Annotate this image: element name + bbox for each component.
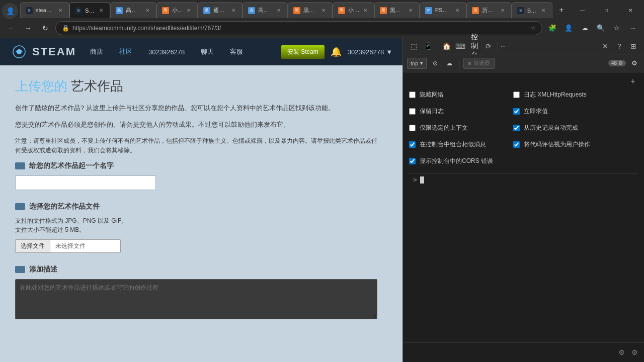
nav-username[interactable]: 3023926278 (144, 46, 189, 58)
browser-tab-tab4[interactable]: 黑 小黑盒 ✕ (156, 2, 198, 18)
checkboxes-right: 日志 XMLHttpRequests立即求值从历史记录自动完成将代码评估视为用户… (513, 90, 590, 169)
search-browser-button[interactable]: 🔍 (594, 21, 608, 35)
profile-icon[interactable]: 👤 (2, 3, 18, 19)
extensions-button[interactable]: 🧩 (545, 21, 559, 35)
checkbox-label-right-1: 立即求值 (524, 107, 548, 116)
close-button[interactable]: ✕ (619, 2, 642, 18)
browser-tab-tab10[interactable]: P PS参考... ✕ (420, 2, 466, 18)
checkbox-input-left-0[interactable] (409, 92, 416, 98)
tab-close[interactable]: ✕ (185, 7, 192, 14)
tab-label: Steam (85, 8, 95, 14)
main-layout: STEAM 商店 社区 3023926278 聊天 客服 安装 Steam 🔔 … (0, 38, 644, 362)
forward-button[interactable]: → (21, 21, 35, 35)
tab-label: 高能玩... (258, 7, 272, 14)
reload-button[interactable]: ↻ (38, 21, 52, 35)
address-bar: ← → ↻ 🔒 https://steamcommunity.com/share… (0, 18, 644, 38)
devtools-inspect-btn[interactable]: ⬚ (407, 40, 420, 53)
tab-close[interactable]: ✕ (144, 7, 151, 14)
position-dropdown[interactable]: top ▾ (407, 58, 427, 69)
checkbox-input-right-1[interactable] (513, 108, 520, 115)
gear-bottom-btn[interactable]: ⚙ (629, 347, 640, 358)
steam-nav: 商店 社区 3023926278 聊天 客服 (86, 45, 247, 58)
steam-user: 安装 Steam 🔔 3023926278 ▼ (281, 45, 392, 59)
description-2: 您提交的艺术作品必须是您创作的。请勿提交他人的劳动成果。不过您可以鼓励他们来发布… (15, 120, 377, 130)
nav-support[interactable]: 客服 (226, 45, 247, 58)
window-controls: — □ ✕ (571, 2, 644, 18)
browser-tab-tab7[interactable]: 黑 黑盒工... ✕ (288, 2, 333, 18)
artwork-name-input[interactable] (15, 175, 156, 190)
tab-close[interactable]: ✕ (57, 7, 64, 14)
devtools-network-btn[interactable]: ⟳ (482, 40, 495, 53)
url-text: https://steamcommunity.com/sharedfiles/e… (72, 25, 528, 32)
tab-close[interactable]: ✕ (454, 7, 461, 14)
checkbox-input-right-0[interactable] (513, 92, 520, 98)
browser-tab-tab5[interactable]: 通 通义to... ✕ (198, 2, 242, 18)
more-tools-button[interactable]: ··· (626, 21, 640, 35)
nav-chat[interactable]: 聊天 (197, 45, 218, 58)
browser-tab-tab8[interactable]: 黑 小黑盒 ✕ (333, 2, 374, 18)
install-steam-button[interactable]: 安装 Steam (281, 45, 325, 59)
tab-close[interactable]: ✕ (362, 7, 369, 14)
settings-bottom-btn[interactable]: ⚙ (616, 347, 627, 358)
steam-logo: STEAM (10, 43, 76, 61)
description-textarea[interactable] (15, 279, 377, 319)
browser-tab-tab9[interactable]: 黑 黑盒工... ✕ (374, 2, 420, 18)
nav-community[interactable]: 社区 (115, 45, 136, 58)
checkbox-label-left-1: 保留日志 (420, 107, 444, 116)
dt-toolbar-btn2[interactable]: ☁ (444, 58, 455, 69)
dt-toolbar-btn1[interactable]: ⊘ (430, 58, 441, 69)
tab-close[interactable]: ✕ (320, 7, 327, 14)
browser-tab-tab6[interactable]: 高 高能玩... ✕ (243, 2, 288, 18)
tab-close[interactable]: ✕ (407, 7, 414, 14)
browser-tab-tab2[interactable]: S Steam ✕ (69, 2, 110, 18)
browser-tab-tab3[interactable]: 高 高能玩家 ✕ (110, 2, 156, 18)
checkbox-left-2: 仅限选定的上下文 (409, 124, 493, 132)
checkbox-input-left-3[interactable] (409, 141, 416, 148)
tab-close[interactable]: ✕ (275, 7, 282, 14)
checkbox-left-0: 隐藏网络 (409, 90, 493, 99)
warning-text: 注意：请尊重社区成员，不要上传任何不当的艺术作品，包括但不限于种族主义、色情或裸… (15, 136, 377, 155)
tab-favicon: 高 (248, 7, 255, 14)
page-title: 上传您的 艺术作品 (15, 77, 377, 95)
sync-button[interactable]: ☁ (578, 21, 592, 35)
choose-file-button[interactable]: 选择文件 (15, 239, 50, 253)
tab-close[interactable]: ✕ (540, 7, 547, 14)
checkbox-right-2: 从历史记录自动完成 (513, 124, 590, 132)
checkbox-input-left-2[interactable] (409, 125, 416, 131)
nav-store[interactable]: 商店 (86, 45, 107, 58)
browser-tab-tab1[interactable]: S steam社区 ✕ (20, 2, 69, 18)
checkbox-input-left-4[interactable] (409, 158, 416, 164)
tab-close[interactable]: ✕ (230, 7, 237, 14)
devtools-more-btn[interactable]: ··· (501, 43, 506, 50)
tab-label: 黑盒工... (390, 7, 404, 14)
tab-label: steam社区 (36, 7, 54, 14)
tab-close[interactable]: ✕ (499, 7, 506, 14)
notification-icon[interactable]: 🔔 (331, 46, 342, 57)
devtools-help-btn[interactable]: ? (613, 40, 626, 53)
back-button[interactable]: ← (4, 21, 18, 35)
devtools-settings-btn[interactable]: ⚙ (629, 58, 640, 69)
steam-logo-icon (10, 43, 28, 61)
add-item-btn[interactable]: + (628, 76, 638, 86)
filter-input[interactable]: ≡ 筛选器 (463, 58, 494, 69)
checkbox-input-left-1[interactable] (409, 108, 416, 115)
browser-tab-tab11[interactable]: 历 历史记... ✕ (466, 2, 512, 18)
devtools-cursor-btn[interactable]: 📱 (421, 40, 434, 53)
devtools-dock-btn[interactable]: ⊞ (627, 40, 640, 53)
bookmark-icon[interactable]: ☆ (531, 25, 536, 31)
steam-username[interactable]: 3023926278 ▼ (348, 48, 392, 56)
new-tab-button[interactable]: + (554, 3, 569, 17)
minimize-button[interactable]: — (571, 2, 594, 18)
profile-button[interactable]: 👤 (561, 21, 576, 35)
devtools-elements-btn[interactable]: 🏠 (440, 40, 453, 53)
checkbox-input-right-3[interactable] (513, 141, 520, 148)
tab-close[interactable]: ✕ (98, 7, 105, 14)
browser-tab-tab12[interactable]: S Stea... ✕ (512, 2, 552, 18)
favorites-button[interactable]: ☆ (610, 21, 624, 35)
checkbox-input-right-2[interactable] (513, 125, 520, 131)
devtools-close-top-btn[interactable]: ✕ (599, 40, 612, 53)
devtools-sources-btn[interactable]: 控制台 (468, 40, 481, 53)
devtools-console-btn[interactable]: ⌨ (454, 40, 467, 53)
tab-label: 通义to... (213, 7, 226, 14)
maximize-button[interactable]: □ (595, 2, 618, 18)
